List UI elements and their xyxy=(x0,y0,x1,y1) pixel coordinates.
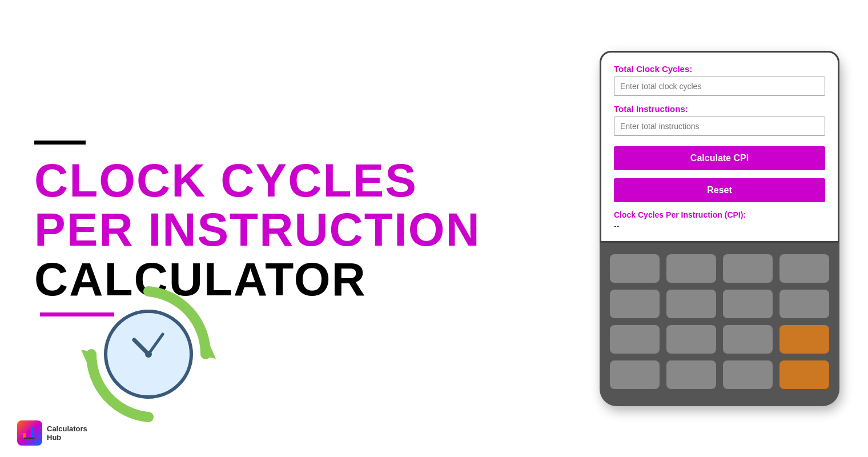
clock-cycles-label: Total Clock Cycles: xyxy=(614,64,825,74)
key-11[interactable] xyxy=(723,325,773,354)
key-2[interactable] xyxy=(666,254,716,283)
logo-icon xyxy=(17,420,42,446)
key-6[interactable] xyxy=(666,290,716,318)
svg-rect-9 xyxy=(23,438,35,439)
keypad xyxy=(600,243,839,389)
logo-name-line2: Hub xyxy=(47,433,87,442)
key-orange-2[interactable] xyxy=(779,360,829,389)
key-3[interactable] xyxy=(723,254,773,283)
title-line-2: PER INSTRUCTION xyxy=(34,205,537,254)
key-14[interactable] xyxy=(723,360,773,389)
right-section: Total Clock Cycles: Total Instructions: … xyxy=(571,0,868,457)
logo: Calculators Hub xyxy=(17,420,87,446)
key-orange-1[interactable] xyxy=(779,325,829,354)
calculator: Total Clock Cycles: Total Instructions: … xyxy=(600,51,839,406)
key-10[interactable] xyxy=(666,325,716,354)
key-9[interactable] xyxy=(610,325,660,354)
logo-text: Calculators Hub xyxy=(47,424,87,442)
calculator-screen: Total Clock Cycles: Total Instructions: … xyxy=(600,51,839,243)
instructions-label: Total Instructions: xyxy=(614,104,825,114)
svg-point-5 xyxy=(145,351,152,358)
key-12[interactable] xyxy=(610,360,660,389)
title-line-1: CLOCK CYCLES xyxy=(34,156,537,205)
key-5[interactable] xyxy=(610,290,660,318)
calculate-button[interactable]: Calculate CPI xyxy=(614,146,825,170)
svg-rect-8 xyxy=(31,427,34,439)
key-7[interactable] xyxy=(723,290,773,318)
result-label: Clock Cycles Per Instruction (CPI): xyxy=(614,210,825,219)
key-1[interactable] xyxy=(610,254,660,283)
reset-button[interactable]: Reset xyxy=(614,178,825,202)
result-value: -- xyxy=(614,222,825,231)
clock-cycles-input[interactable] xyxy=(614,77,825,96)
logo-name-line1: Calculators xyxy=(47,424,87,433)
clock-illustration xyxy=(69,274,228,434)
key-8[interactable] xyxy=(779,290,829,318)
left-section: CLOCK CYCLES PER INSTRUCTION CALCULATOR xyxy=(0,0,571,457)
svg-rect-7 xyxy=(27,430,30,439)
instructions-input[interactable] xyxy=(614,117,825,136)
key-4[interactable] xyxy=(779,254,829,283)
key-13[interactable] xyxy=(666,360,716,389)
logo-svg xyxy=(22,425,38,441)
top-decorative-bar xyxy=(34,141,86,145)
